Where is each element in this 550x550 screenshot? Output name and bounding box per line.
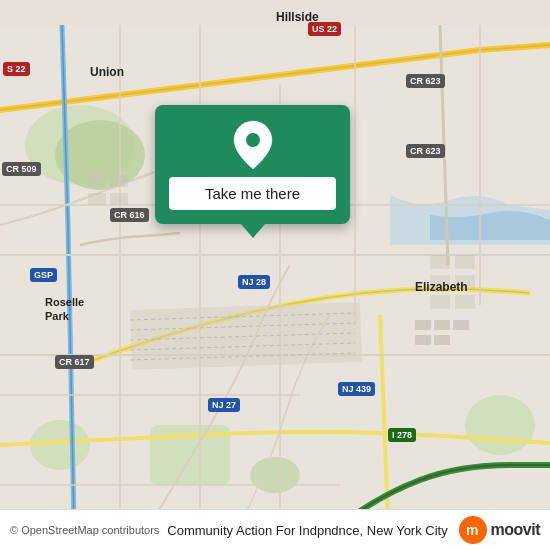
bottom-bar: © OpenStreetMap contributors Community A… xyxy=(0,509,550,550)
popup-pin xyxy=(229,121,277,169)
us22-badge-left: S 22 xyxy=(3,62,30,76)
svg-rect-23 xyxy=(88,175,106,187)
svg-rect-25 xyxy=(88,193,106,205)
svg-rect-33 xyxy=(415,320,431,330)
moovit-brand-text: moovit xyxy=(491,521,540,539)
gsp-badge: GSP xyxy=(30,268,57,282)
map-background xyxy=(0,0,550,550)
svg-rect-36 xyxy=(415,335,431,345)
bottom-bar-left: © OpenStreetMap contributors Community A… xyxy=(10,523,448,538)
svg-rect-32 xyxy=(455,295,475,309)
cr509-badge: CR 509 xyxy=(2,162,41,176)
nj439-badge: NJ 439 xyxy=(338,382,375,396)
i278-badge: I 278 xyxy=(388,428,416,442)
cr623-badge-mid: CR 623 xyxy=(406,144,445,158)
svg-rect-37 xyxy=(434,335,450,345)
take-me-there-button[interactable]: Take me there xyxy=(169,177,336,210)
svg-rect-35 xyxy=(453,320,469,330)
location-text: Community Action For Indpndnce, New York… xyxy=(167,523,447,538)
svg-rect-31 xyxy=(430,295,450,309)
cr617-badge: CR 617 xyxy=(55,355,94,369)
elizabeth-label: Elizabeth xyxy=(415,280,468,294)
popup-card: Take me there xyxy=(155,105,350,224)
nj28-badge: NJ 28 xyxy=(238,275,270,289)
map-container: US 22 S 22 CR 509 CR 616 CR 623 CR 623 C… xyxy=(0,0,550,550)
nj27-badge: NJ 27 xyxy=(208,398,240,412)
cr623-badge-top: CR 623 xyxy=(406,74,445,88)
roselle-park-label: RosellePark xyxy=(45,295,84,324)
cr616-badge: CR 616 xyxy=(110,208,149,222)
moovit-logo: m moovit xyxy=(459,516,540,544)
svg-rect-24 xyxy=(110,175,128,187)
svg-point-38 xyxy=(246,133,260,147)
osm-credit: © OpenStreetMap contributors xyxy=(10,524,159,536)
union-label: Union xyxy=(90,65,124,79)
svg-rect-26 xyxy=(110,193,128,205)
us22-badge-right: US 22 xyxy=(308,22,341,36)
svg-rect-28 xyxy=(455,255,475,269)
svg-point-4 xyxy=(465,395,535,455)
svg-rect-17 xyxy=(130,302,362,370)
hillside-label: Hillside xyxy=(276,10,319,24)
svg-text:m: m xyxy=(466,522,478,538)
svg-rect-34 xyxy=(434,320,450,330)
svg-rect-27 xyxy=(430,255,450,269)
moovit-icon: m xyxy=(459,516,487,544)
